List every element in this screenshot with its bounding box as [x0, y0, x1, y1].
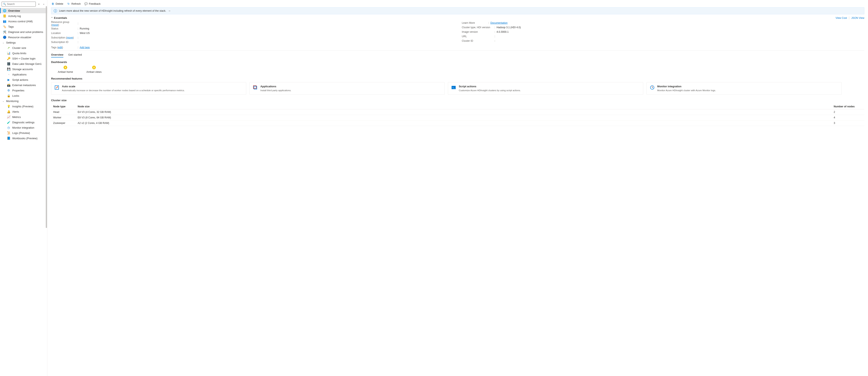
- sidebar-scrollbar[interactable]: [45, 6, 47, 376]
- sidebar-section-monitoring[interactable]: ⌄ Monitoring: [0, 98, 47, 104]
- sidebar-item-alerts[interactable]: 🔔 Alerts: [0, 109, 47, 114]
- sidebar-item-quota-limits[interactable]: 📊 Quota limits: [0, 51, 47, 56]
- dashboard-label: Ambari home: [58, 70, 73, 74]
- cell-node-size: A2 v2 (2 Cores, 4 GB RAM): [75, 120, 832, 126]
- sidebar-item-script-actions[interactable]: ▶ Script actions: [0, 77, 47, 82]
- add-tags-link[interactable]: Add tags: [80, 46, 90, 49]
- feature-card-monitor-integration[interactable]: Monitor integration Monitor Azure HDInsi…: [647, 82, 842, 95]
- card-desc: Install third party applications.: [260, 89, 291, 92]
- sidebar-item-iam[interactable]: 👥 Access control (IAM): [0, 19, 47, 24]
- cell-node-count: 2: [832, 109, 864, 115]
- iam-icon: 👥: [3, 20, 6, 23]
- sidebar-item-diagnose[interactable]: 🛠️ Diagnose and solve problems: [0, 29, 47, 34]
- sidebar: 🔍 ✕ « 🌐 Overview 📒 Activity log 👥 Access…: [0, 0, 48, 376]
- ess-label-cluster-type: Cluster type, HDI version: [462, 26, 494, 29]
- sidebar-item-label: Storage accounts: [12, 68, 33, 71]
- card-title: Script actions: [459, 85, 521, 88]
- cell-node-size: E8 V3 (8 Cores, 64 GB RAM): [75, 115, 832, 120]
- feature-card-script-actions[interactable]: >_ Script actions Customize Azure HDInsi…: [448, 82, 643, 95]
- sidebar-item-activity-log[interactable]: 📒 Activity log: [0, 13, 47, 19]
- feature-card-applications[interactable]: Applications Install third party applica…: [249, 82, 445, 95]
- search-input-wrap[interactable]: 🔍: [2, 2, 36, 6]
- sidebar-item-data-lake-gen1[interactable]: 🗄️ Data Lake Storage Gen1: [0, 61, 47, 66]
- sidebar-section-settings[interactable]: ⌄ Settings: [0, 40, 47, 45]
- ess-val-image-version: 4.0.3000.1: [497, 30, 508, 33]
- properties-icon: ⚙: [7, 89, 10, 92]
- table-row: Head E4 V3 (4 Cores, 32 GB RAM) 2: [51, 109, 864, 115]
- arrow-right-icon: →: [168, 9, 171, 12]
- applications-icon: [253, 85, 258, 90]
- sidebar-item-label: Tags: [8, 25, 14, 28]
- ess-label-subscription: Subscription (move): [51, 36, 78, 39]
- sidebar-item-label: Overview: [8, 9, 20, 12]
- visualizer-icon: 🔵: [3, 35, 6, 39]
- sidebar-item-diagnostic-settings[interactable]: 🧪 Diagnostic settings: [0, 120, 47, 125]
- essentials-grid: Resource group (move) : Status : Running…: [51, 21, 864, 45]
- sidebar-item-logs[interactable]: 📜 Logs (Preview): [0, 130, 47, 136]
- feedback-icon: 💬: [84, 2, 88, 5]
- content-tabs: Overview Get started: [51, 52, 864, 58]
- cell-node-count: 3: [832, 120, 864, 126]
- ambari-icon: A: [92, 66, 96, 69]
- tags-icon: 🏷️: [3, 25, 6, 28]
- json-view-link[interactable]: JSON View: [851, 17, 864, 20]
- tab-overview[interactable]: Overview: [51, 52, 63, 57]
- info-icon: i: [54, 9, 57, 12]
- ess-label-url: URL: [462, 35, 494, 38]
- cell-node-size: E4 V3 (4 Cores, 32 GB RAM): [75, 109, 832, 115]
- sidebar-item-locks[interactable]: 🔒 Locks: [0, 93, 47, 98]
- scrollbar-thumb[interactable]: [46, 6, 47, 228]
- move-sub-link[interactable]: move: [67, 36, 73, 39]
- sidebar-item-overview[interactable]: 🌐 Overview: [0, 8, 47, 13]
- activity-log-icon: 📒: [3, 14, 6, 18]
- sidebar-item-metrics[interactable]: 📈 Metrics: [0, 114, 47, 120]
- sidebar-item-tags[interactable]: 🏷️ Tags: [0, 24, 47, 29]
- refresh-button[interactable]: ↻ Refresh: [67, 2, 81, 5]
- sidebar-item-external-metastores[interactable]: 🗃️ External metastores: [0, 82, 47, 88]
- tab-get-started[interactable]: Get started: [68, 52, 82, 57]
- table-row: Worker E8 V3 (8 Cores, 64 GB RAM) 4: [51, 115, 864, 120]
- sidebar-item-insights[interactable]: 💡 Insights (Preview): [0, 104, 47, 109]
- sidebar-item-label: Insights (Preview): [12, 105, 33, 108]
- delete-button[interactable]: 🗑 Delete: [51, 2, 63, 5]
- banner-text: Learn more about the new version of HDIn…: [59, 9, 166, 12]
- sidebar-item-label: Activity log: [8, 15, 21, 18]
- chevron-down-icon: ⌄: [2, 100, 4, 102]
- ambari-icon: A: [64, 66, 67, 69]
- sidebar-item-visualizer[interactable]: 🔵 Resource visualizer: [0, 34, 47, 40]
- card-desc: Monitor Azure HDInsight cluster with Azu…: [657, 89, 716, 92]
- sidebar-item-applications[interactable]: ▫️ Applications: [0, 72, 47, 77]
- sidebar-item-cluster-size[interactable]: ↗ Cluster size: [0, 45, 47, 51]
- sidebar-item-label: Cluster size: [12, 47, 26, 50]
- search-input[interactable]: [7, 3, 34, 5]
- edit-tags-link[interactable]: edit: [58, 46, 62, 49]
- feature-card-autoscale[interactable]: Auto scale Automatically increase or dec…: [51, 82, 246, 95]
- close-icon[interactable]: ✕: [37, 2, 41, 6]
- move-rg-link[interactable]: move: [52, 24, 58, 26]
- refresh-icon: ↻: [67, 2, 70, 5]
- cell-node-type: Worker: [51, 115, 75, 120]
- sidebar-item-workbooks[interactable]: 📘 Workbooks (Preview): [0, 136, 47, 141]
- sidebar-item-storage-accounts[interactable]: 💾 Storage accounts: [0, 66, 47, 72]
- dashboard-ambari-views[interactable]: A Ambari views: [84, 66, 104, 74]
- sidebar-item-ssh-login[interactable]: 🔑 SSH + Cluster login: [0, 56, 47, 61]
- metastore-icon: 🗃️: [7, 83, 10, 87]
- card-title: Monitor integration: [657, 85, 716, 88]
- view-cost-link[interactable]: View Cost: [836, 17, 847, 20]
- documentation-link[interactable]: Documentation: [490, 22, 507, 24]
- dashboards-heading: Dashboards: [51, 60, 864, 64]
- sidebar-item-label: Logs (Preview): [12, 132, 30, 135]
- essentials-title: Essentials: [54, 17, 67, 20]
- card-title: Applications: [260, 85, 291, 88]
- dashboard-ambari-home[interactable]: A Ambari home: [55, 66, 75, 74]
- script-icon: ▶: [7, 78, 10, 81]
- sidebar-item-monitor-integration[interactable]: ◷ Monitor integration: [0, 125, 47, 130]
- script-icon: >_: [451, 85, 456, 90]
- essentials-toggle[interactable]: ⌃ Essentials: [51, 17, 67, 20]
- collapse-icon[interactable]: «: [42, 2, 45, 6]
- overview-icon: 🌐: [3, 9, 6, 12]
- sidebar-item-properties[interactable]: ⚙ Properties: [0, 88, 47, 93]
- feedback-button[interactable]: 💬 Feedback: [84, 2, 100, 5]
- applications-icon: ▫️: [7, 73, 10, 76]
- info-banner[interactable]: i Learn more about the new version of HD…: [51, 7, 864, 14]
